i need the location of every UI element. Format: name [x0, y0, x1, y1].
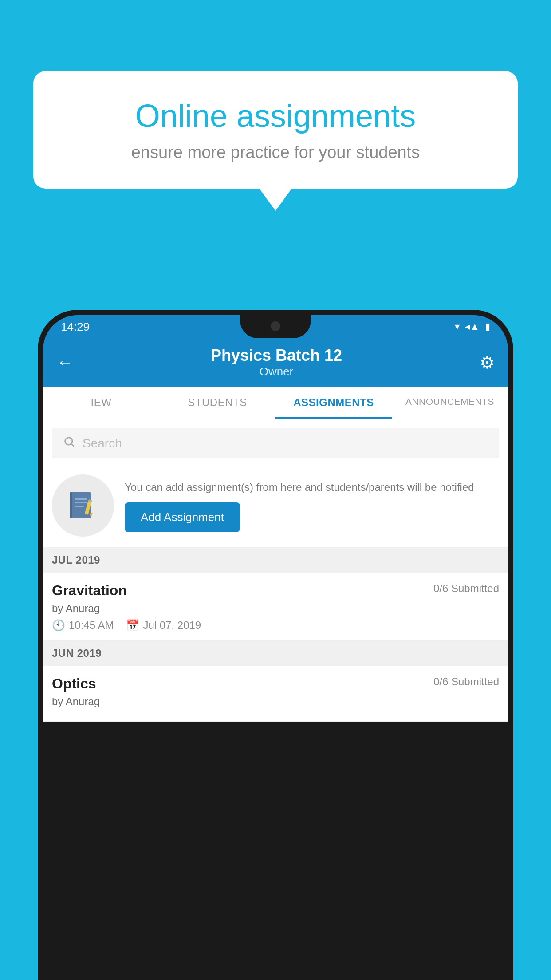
svg-rect-5	[75, 502, 87, 503]
screen-content: Search	[43, 419, 508, 722]
search-icon	[63, 435, 75, 451]
assignment-item-optics[interactable]: Optics 0/6 Submitted by Anurag	[43, 666, 508, 722]
assignment-item-gravitation[interactable]: Gravitation 0/6 Submitted by Anurag 🕙 10…	[43, 573, 508, 641]
promo-icon-circle	[52, 474, 114, 537]
tab-iew[interactable]: IEW	[43, 387, 159, 419]
header-center: Physics Batch 12 Owner	[211, 346, 342, 379]
assignment-by-optics: by Anurag	[52, 695, 499, 708]
signal-icon: ◂▲	[465, 321, 480, 332]
bubble-subtitle: ensure more practice for your students	[64, 143, 487, 162]
tab-announcements[interactable]: ANNOUNCEMENTS	[392, 387, 508, 419]
status-time: 14:29	[61, 320, 90, 334]
header-title: Physics Batch 12	[211, 346, 342, 365]
promo-section: You can add assignment(s) from here and …	[43, 466, 508, 548]
speech-bubble-container: Online assignments ensure more practice …	[33, 71, 518, 189]
promo-description: You can add assignment(s) from here and …	[125, 479, 499, 495]
clock-icon: 🕙	[52, 619, 65, 632]
camera-icon	[271, 321, 280, 331]
settings-icon[interactable]: ⚙	[480, 353, 495, 372]
svg-rect-4	[75, 498, 87, 500]
svg-rect-3	[70, 492, 72, 518]
wifi-icon: ▾	[455, 321, 460, 332]
add-assignment-button[interactable]: Add Assignment	[125, 502, 240, 532]
search-bar[interactable]: Search	[52, 428, 499, 458]
assignment-submitted-optics: 0/6 Submitted	[433, 676, 499, 688]
assignment-name: Gravitation	[52, 582, 127, 599]
assignment-name-optics: Optics	[52, 676, 96, 692]
section-jun-2019: JUN 2019	[43, 641, 508, 666]
notch	[240, 315, 311, 338]
app-header: ← Physics Batch 12 Owner ⚙	[43, 338, 508, 387]
bubble-title: Online assignments	[64, 98, 487, 134]
promo-text-area: You can add assignment(s) from here and …	[125, 479, 499, 532]
assignment-meta: 🕙 10:45 AM 📅 Jul 07, 2019	[52, 619, 499, 632]
tab-students[interactable]: STUDENTS	[159, 387, 276, 419]
tabs-bar: IEW STUDENTS ASSIGNMENTS ANNOUNCEMENTS	[43, 387, 508, 419]
assignment-time: 🕙 10:45 AM	[52, 619, 114, 632]
assignment-by: by Anurag	[52, 602, 499, 615]
assignment-top-row-optics: Optics 0/6 Submitted	[52, 676, 499, 692]
back-button[interactable]: ←	[56, 353, 73, 372]
status-icons: ▾ ◂▲ ▮	[455, 321, 490, 332]
svg-point-0	[65, 438, 72, 445]
phone-frame: 14:29 ▾ ◂▲ ▮ ← Physics Batch 12 Owner ⚙ …	[38, 310, 513, 980]
tab-assignments[interactable]: ASSIGNMENTS	[276, 387, 392, 419]
assignment-date: 📅 Jul 07, 2019	[126, 619, 201, 632]
section-jul-2019: JUL 2019	[43, 548, 508, 573]
assignment-top-row: Gravitation 0/6 Submitted	[52, 582, 499, 599]
battery-icon: ▮	[485, 321, 490, 332]
search-placeholder: Search	[83, 436, 122, 450]
speech-bubble: Online assignments ensure more practice …	[33, 71, 518, 189]
header-subtitle: Owner	[211, 365, 342, 379]
phone-inner: 14:29 ▾ ◂▲ ▮ ← Physics Batch 12 Owner ⚙ …	[43, 315, 508, 980]
assignment-submitted: 0/6 Submitted	[433, 582, 499, 595]
svg-line-1	[71, 444, 74, 446]
svg-rect-6	[75, 506, 84, 507]
calendar-icon: 📅	[126, 619, 139, 632]
